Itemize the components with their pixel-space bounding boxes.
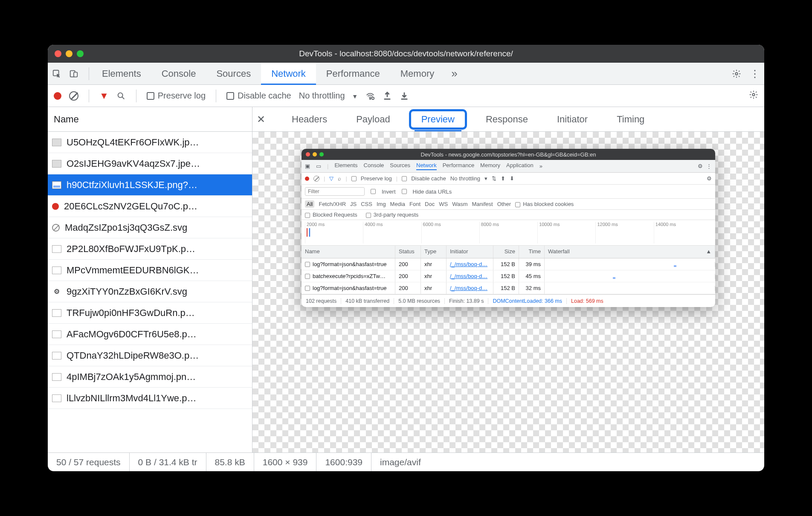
detail-tab-timing[interactable]: Timing xyxy=(613,112,648,126)
tab-performance[interactable]: Performance xyxy=(316,63,390,84)
more-tabs-button[interactable]: » xyxy=(444,67,464,80)
inner-tabs: ▣ ▭ | ElementsConsoleSourcesNetworkPerfo… xyxy=(302,160,715,173)
request-name: h90CtfziXluvh1LSSKJE.png?… xyxy=(67,180,197,191)
preserve-log-checkbox[interactable]: Preserve log xyxy=(147,91,206,101)
timeline-tick: 6000 ms xyxy=(421,222,479,244)
request-name: MadqZsIZpo1sj3qQ3GsZ.svg xyxy=(65,222,187,233)
inner-type-css: CSS xyxy=(361,201,372,207)
inner-more-tabs: » xyxy=(539,163,542,169)
tab-sources[interactable]: Sources xyxy=(206,63,261,84)
inspect-icon[interactable] xyxy=(52,69,61,78)
close-button[interactable] xyxy=(55,50,61,57)
request-name: O2sIJEHG9avKV4aqzSx7.jpe… xyxy=(67,158,200,169)
request-row[interactable]: 2P2L80XfBoFWJFxU9TpK.p… xyxy=(48,238,252,260)
throttling-label: No throttling xyxy=(299,91,345,100)
divider xyxy=(89,67,89,80)
inner-type-doc: Doc xyxy=(425,201,435,207)
inner-timeline-marker xyxy=(307,228,307,237)
inner-disable-cache-label: Disable cache xyxy=(411,175,446,182)
timeline-tick: 10000 ms xyxy=(537,222,595,244)
preview-area[interactable]: DevTools - news.google.com/topstories?hl… xyxy=(252,132,764,452)
minimize-button[interactable] xyxy=(66,50,72,57)
inner-status-requests: 102 requests xyxy=(302,298,341,304)
inner-download-icon: ⬇ xyxy=(510,175,514,182)
record-button[interactable] xyxy=(54,92,61,100)
tab-console[interactable]: Console xyxy=(151,63,206,84)
svg-point-6 xyxy=(372,97,374,99)
inner-hide-urls-checkbox xyxy=(402,189,407,194)
search-icon[interactable] xyxy=(116,91,126,101)
request-row[interactable]: MadqZsIZpo1sj3qQ3GsZ.svg xyxy=(48,217,252,238)
detail-panel: ✕ HeadersPayloadPreviewResponseInitiator… xyxy=(252,107,764,452)
close-details-button[interactable]: ✕ xyxy=(257,113,270,125)
inner-blocked-checkbox xyxy=(305,213,310,218)
inner-hide-urls-label: Hide data URLs xyxy=(413,188,452,195)
inner-request-row: batchexecute?rpcids=xZTw…200xhr/_/mss/bo… xyxy=(302,270,715,282)
col-status: Status xyxy=(395,246,421,258)
inner-disable-cache-checkbox xyxy=(402,176,407,181)
request-row[interactable]: U5OHzQL4tEKFr6OFIxWK.jp… xyxy=(48,132,252,153)
inner-filter-icon: ▽ xyxy=(329,175,334,182)
detail-tab-headers[interactable]: Headers xyxy=(288,112,331,126)
request-name: lLlvzbNILllrm3Mvd4Ll1Ywe.p… xyxy=(67,393,196,404)
inner-preserve-log-checkbox xyxy=(351,176,357,181)
inner-titlebar: DevTools - news.google.com/topstories?hl… xyxy=(302,149,715,160)
tab-memory[interactable]: Memory xyxy=(390,63,444,84)
inner-status-bar: 102 requests 410 kB transferred 5.0 MB r… xyxy=(302,294,715,307)
device-toggle-icon[interactable] xyxy=(69,69,78,78)
traffic-lights xyxy=(55,50,84,57)
request-row[interactable]: MPcVmmemtEEDURBN6lGK… xyxy=(48,260,252,281)
detail-tab-initiator[interactable]: Initiator xyxy=(554,112,591,126)
request-row[interactable]: QTDnaY32hLDipeRW8e3O.p… xyxy=(48,345,252,366)
requests-sidebar: Name U5OHzQL4tEKFr6OFIxWK.jp…O2sIJEHG9av… xyxy=(48,107,252,452)
tab-network[interactable]: Network xyxy=(261,63,316,84)
request-row[interactable]: ⚙9gzXiTYY0nZzBxGI6KrV.svg xyxy=(48,281,252,302)
main-tabs-row: ElementsConsoleSourcesNetworkPerformance… xyxy=(48,63,764,85)
inner-blocked-row: Blocked Requests 3rd-party requests xyxy=(302,210,715,220)
tab-elements[interactable]: Elements xyxy=(92,63,151,84)
inner-status-load: Load: 569 ms xyxy=(567,298,608,304)
status-transfer: 0 B / 31.4 kB tr xyxy=(130,453,206,471)
maximize-button[interactable] xyxy=(77,50,84,57)
settings-icon[interactable] xyxy=(732,69,741,78)
filter-icon[interactable]: ▼ xyxy=(99,90,109,101)
status-bar: 50 / 57 requests 0 B / 31.4 kB tr 85.8 k… xyxy=(48,452,764,471)
disable-cache-checkbox[interactable]: Disable cache xyxy=(226,91,291,101)
download-har-icon[interactable] xyxy=(400,91,409,101)
upload-har-icon[interactable] xyxy=(383,91,392,101)
name-column-header[interactable]: Name xyxy=(48,107,252,132)
detail-tab-preview[interactable]: Preview xyxy=(418,112,458,126)
settings-icon[interactable] xyxy=(749,90,758,99)
inner-record-icon xyxy=(305,177,309,181)
detail-tab-response[interactable]: Response xyxy=(482,112,531,126)
request-row[interactable]: h90CtfziXluvh1LSSKJE.png?… xyxy=(48,174,252,196)
detail-tab-payload[interactable]: Payload xyxy=(353,112,394,126)
request-name: TRFujw0pi0nHF3GwDuRn.p… xyxy=(67,307,195,319)
throttling-dropdown[interactable]: No throttling ▼ xyxy=(299,91,358,101)
file-list: U5OHzQL4tEKFr6OFIxWK.jp…O2sIJEHG9avKV4aq… xyxy=(48,132,252,452)
request-row[interactable]: O2sIJEHG9avKV4aqzSx7.jpe… xyxy=(48,153,252,174)
inner-filter-row: Invert Hide data URLs xyxy=(302,185,715,199)
request-row[interactable]: 20E6CLcSzNV2GELQu7oC.p… xyxy=(48,196,252,217)
request-row[interactable]: AFacMOgv6D0CFTr6U5e8.p… xyxy=(48,324,252,345)
inner-upload-icon: ⬆ xyxy=(501,175,505,182)
request-name: 4pIMBj7zOAk1y5Agmmoj.pn… xyxy=(67,371,196,383)
col-type: Type xyxy=(421,246,447,258)
inner-type-font: Font xyxy=(409,201,420,207)
request-row[interactable]: TRFujw0pi0nHF3GwDuRn.p… xyxy=(48,302,252,324)
inner-settings-icon: ⚙ xyxy=(698,163,703,169)
network-conditions-icon[interactable] xyxy=(365,91,375,101)
col-initiator: Initiator xyxy=(447,246,493,258)
inner-status-dcl: DOMContentLoaded: 366 ms xyxy=(488,298,567,304)
clear-button[interactable] xyxy=(69,91,78,101)
kebab-menu-icon[interactable]: ⋮ xyxy=(750,68,760,80)
main-split: Name U5OHzQL4tEKFr6OFIxWK.jp…O2sIJEHG9av… xyxy=(48,107,764,452)
request-row[interactable]: 4pIMBj7zOAk1y5Agmmoj.pn… xyxy=(48,366,252,388)
window-title: DevTools - localhost:8080/docs/devtools/… xyxy=(48,49,764,58)
inner-request-row: log?format=json&hasfast=true200xhr/_/mss… xyxy=(302,258,715,270)
svg-point-5 xyxy=(370,98,371,99)
checkbox-icon xyxy=(147,92,154,100)
divider xyxy=(89,90,89,102)
svg-point-4 xyxy=(118,93,122,97)
request-row[interactable]: lLlvzbNILllrm3Mvd4Ll1Ywe.p… xyxy=(48,388,252,409)
